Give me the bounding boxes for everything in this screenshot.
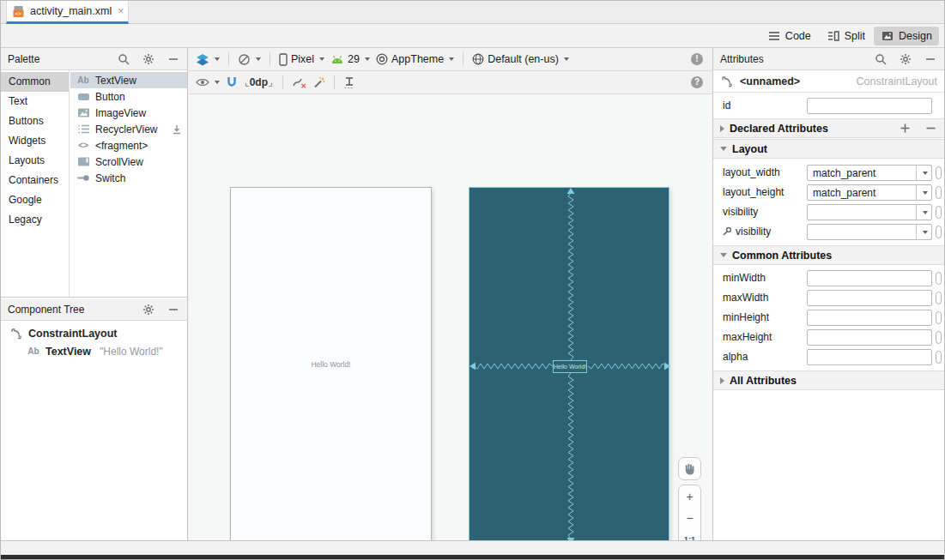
api-level-selector[interactable]: 29 bbox=[330, 53, 370, 65]
wrench-icon bbox=[722, 226, 732, 239]
layout-section[interactable]: Layout bbox=[713, 139, 944, 159]
blueprint-hello-world-textview[interactable]: Hello World! bbox=[553, 360, 587, 373]
android-icon bbox=[330, 55, 344, 64]
blueprint-view-phone[interactable]: Hello World! bbox=[469, 187, 669, 543]
namespace-pill[interactable] bbox=[936, 166, 942, 179]
namespace-pill[interactable] bbox=[936, 331, 942, 344]
all-attributes-section[interactable]: All Attributes bbox=[713, 370, 944, 390]
combo-arrow-button[interactable] bbox=[916, 166, 931, 180]
palette-item-recyclerview[interactable]: RecyclerView bbox=[70, 121, 187, 137]
tree-node-constraintlayout[interactable]: ConstraintLayout bbox=[1, 324, 187, 342]
help-icon[interactable]: ? bbox=[691, 76, 703, 88]
palette-category-buttons[interactable]: Buttons bbox=[1, 111, 69, 131]
namespace-pill[interactable] bbox=[936, 351, 942, 364]
pan-button[interactable] bbox=[678, 457, 701, 480]
namespace-pill[interactable] bbox=[936, 292, 942, 304]
locale-selector[interactable]: Default (en-us) bbox=[472, 53, 569, 65]
palette-item-switch[interactable]: Switch bbox=[70, 170, 187, 186]
design-view-button[interactable]: Design bbox=[874, 27, 939, 45]
palette-item-textview[interactable]: Ab TextView bbox=[70, 72, 187, 88]
minimize-icon[interactable] bbox=[167, 52, 180, 66]
code-view-label: Code bbox=[785, 30, 811, 42]
palette-category-google[interactable]: Google bbox=[1, 190, 69, 210]
hand-icon bbox=[683, 462, 696, 475]
orientation-selector[interactable] bbox=[238, 53, 261, 66]
palette-item-label: TextView bbox=[95, 75, 136, 87]
combo-arrow-button[interactable] bbox=[916, 225, 931, 239]
search-icon[interactable] bbox=[117, 52, 130, 66]
combo-arrow-button[interactable] bbox=[916, 185, 931, 200]
declared-attributes-section[interactable]: Declared Attributes bbox=[713, 118, 944, 138]
palette-category-layouts[interactable]: Layouts bbox=[1, 151, 69, 171]
design-surface-selector[interactable] bbox=[196, 53, 220, 66]
design-view-phone[interactable]: Hello World! bbox=[230, 187, 432, 543]
namespace-pill[interactable] bbox=[936, 206, 942, 219]
device-selector[interactable]: Pixel bbox=[279, 53, 324, 66]
maxwidth-input[interactable] bbox=[807, 290, 932, 306]
minimize-icon[interactable] bbox=[924, 52, 937, 66]
palette-category-legacy[interactable]: Legacy bbox=[1, 210, 69, 230]
remove-attribute-icon[interactable] bbox=[924, 122, 937, 135]
autoconnect-toggle[interactable] bbox=[226, 76, 238, 88]
id-input[interactable] bbox=[807, 98, 932, 114]
gear-icon[interactable] bbox=[142, 52, 155, 66]
palette-category-text[interactable]: Text bbox=[1, 92, 69, 111]
namespace-pill[interactable] bbox=[936, 311, 942, 324]
attributes-title: Attributes bbox=[720, 53, 764, 65]
guideline-tools-button[interactable] bbox=[343, 76, 355, 89]
tree-node-textview[interactable]: Ab TextView "Hello World!" bbox=[1, 342, 187, 360]
palette-item-imageview[interactable]: ImageView bbox=[70, 105, 187, 121]
design-hello-world-text[interactable]: Hello World! bbox=[231, 360, 431, 369]
namespace-pill[interactable] bbox=[936, 186, 942, 199]
tools-visibility-combo[interactable] bbox=[807, 224, 932, 240]
design-surface[interactable]: Hello World! bbox=[189, 95, 713, 540]
gear-icon[interactable] bbox=[142, 303, 155, 316]
namespace-pill[interactable] bbox=[936, 226, 942, 238]
maxheight-input[interactable] bbox=[807, 329, 932, 346]
minheight-input[interactable] bbox=[807, 310, 932, 326]
palette-category-widgets[interactable]: Widgets bbox=[1, 131, 69, 151]
magic-wand-icon bbox=[312, 76, 325, 89]
palette-item-button[interactable]: Button bbox=[70, 88, 187, 105]
section-title: Common Attributes bbox=[732, 250, 832, 262]
add-attribute-icon[interactable] bbox=[898, 122, 912, 135]
palette-item-fragment[interactable]: <> <fragment> bbox=[70, 137, 187, 154]
minimize-icon[interactable] bbox=[167, 303, 180, 316]
chevron-down-icon bbox=[923, 231, 928, 234]
search-icon[interactable] bbox=[874, 52, 887, 66]
layout-width-combo[interactable]: match_parent bbox=[807, 165, 932, 181]
constraint-toolbar: 0dp × ? bbox=[189, 71, 713, 94]
namespace-pill[interactable] bbox=[936, 272, 942, 285]
button-icon bbox=[76, 90, 90, 104]
collapse-arrow-icon bbox=[720, 377, 724, 384]
code-view-button[interactable]: Code bbox=[760, 27, 818, 45]
attr-label: visibility bbox=[723, 206, 758, 218]
warning-icon[interactable]: ! bbox=[691, 53, 703, 65]
layout-height-combo[interactable]: match_parent bbox=[807, 184, 932, 201]
minwidth-input[interactable] bbox=[807, 270, 932, 286]
view-options-button[interactable] bbox=[196, 77, 220, 87]
gear-icon[interactable] bbox=[899, 52, 912, 66]
visibility-combo[interactable] bbox=[807, 204, 932, 220]
orientation-icon bbox=[238, 53, 251, 66]
clear-constraints-button[interactable]: × bbox=[292, 76, 306, 89]
common-attributes-section[interactable]: Common Attributes bbox=[713, 245, 944, 265]
alpha-input[interactable] bbox=[807, 349, 932, 365]
theme-selector[interactable]: AppTheme bbox=[376, 53, 454, 65]
palette-item-scrollview[interactable]: ScrollView bbox=[70, 154, 187, 170]
fragment-icon: <> bbox=[76, 141, 90, 150]
default-margin-selector[interactable]: 0dp bbox=[244, 76, 274, 88]
tab-activity-main-xml[interactable]: <> activity_main.xml × bbox=[6, 1, 129, 24]
palette-category-common[interactable]: Common bbox=[1, 72, 69, 92]
infer-constraints-button[interactable] bbox=[312, 76, 325, 89]
zoom-out-button[interactable]: − bbox=[679, 507, 700, 528]
zoom-in-button[interactable]: + bbox=[679, 485, 700, 507]
collapse-arrow-icon bbox=[720, 125, 724, 132]
split-view-button[interactable]: Split bbox=[820, 27, 872, 45]
combo-arrow-button[interactable] bbox=[916, 205, 931, 220]
palette-category-containers[interactable]: Containers bbox=[1, 171, 69, 190]
tab-close-icon[interactable]: × bbox=[117, 6, 124, 16]
split-view-label: Split bbox=[845, 30, 865, 42]
attr-label: maxHeight bbox=[723, 331, 772, 343]
chevron-down-icon bbox=[215, 81, 220, 84]
